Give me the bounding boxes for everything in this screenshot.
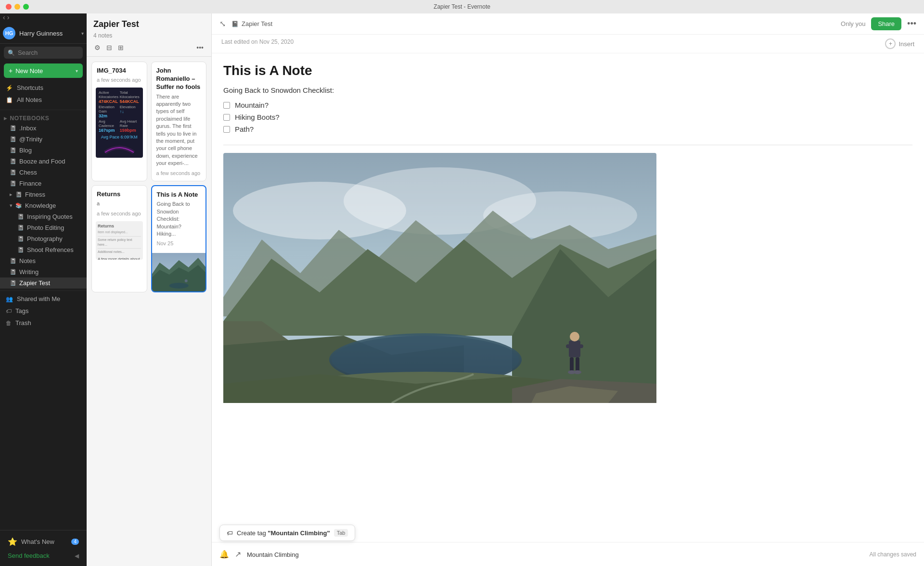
search-icon: 🔍 bbox=[8, 50, 15, 56]
notebook-icon: 📓 bbox=[10, 125, 16, 131]
notebook-trinity[interactable]: 📓 @Trinity bbox=[0, 134, 87, 145]
note-time: a few seconds ago bbox=[97, 211, 142, 216]
tag-input[interactable] bbox=[247, 551, 343, 558]
notebook-inbox[interactable]: 📓 .Inbox bbox=[0, 123, 87, 134]
editor-content[interactable]: This is A Note Going Back to Snowdon Che… bbox=[212, 53, 924, 542]
doc-thumbnail: Returns Item not displayed... Some retur… bbox=[96, 221, 143, 260]
notebook-icon: 📓 bbox=[10, 258, 16, 264]
whats-new-label: What's New bbox=[21, 538, 67, 545]
new-note-button[interactable]: + New Note ▾ bbox=[4, 63, 83, 78]
nav-arrows: ‹ › bbox=[0, 13, 87, 23]
notes-list-title: Zapier Test bbox=[93, 19, 205, 29]
tags-icon: 🏷 bbox=[6, 308, 12, 314]
trash-icon: 🗑 bbox=[6, 320, 12, 327]
editor-actions: Only you Share ••• bbox=[841, 17, 916, 30]
note-card-this-is-a-note[interactable]: This is A Note Going Back to Snowdon Che… bbox=[151, 185, 207, 293]
notes-list-header: Zapier Test 4 notes ⚙ ⊟ ⊞ ••• bbox=[87, 13, 211, 57]
shortcuts-icon: ⚡ bbox=[6, 85, 13, 91]
filter-icon[interactable]: ⚙ bbox=[93, 43, 102, 52]
notes-grid: IMG_7034 a few seconds ago Active Kiloca… bbox=[87, 57, 211, 566]
checkbox-path[interactable] bbox=[223, 126, 230, 133]
user-profile[interactable]: HG Harry Guinness ▾ bbox=[0, 23, 87, 44]
sidebar-item-shortcuts[interactable]: ⚡ Shortcuts bbox=[0, 82, 87, 94]
sidebar-item-trash[interactable]: 🗑 Trash bbox=[0, 317, 87, 329]
notebook-booze-food[interactable]: 📓 Booze and Food bbox=[0, 156, 87, 167]
svg-point-21 bbox=[570, 332, 579, 341]
mountain-image bbox=[223, 153, 656, 405]
notebook-icon: 📓 bbox=[17, 247, 24, 253]
whats-new-icon: ⭐ bbox=[8, 537, 17, 546]
notebook-photo-editing[interactable]: 📓 Photo Editing bbox=[0, 222, 87, 233]
more-options-icon[interactable]: ••• bbox=[195, 43, 205, 52]
tag-suggestion-popup[interactable]: 🏷 Create tag "Mountain Climbing" Tab bbox=[219, 525, 355, 541]
search-bar[interactable]: 🔍 Search bbox=[4, 47, 83, 59]
tag-suggestion-label: Create tag "Mountain Climbing" bbox=[237, 529, 330, 537]
bell-icon[interactable]: 🔔 bbox=[219, 550, 229, 559]
svg-point-3 bbox=[169, 283, 188, 289]
note-card-returns[interactable]: Returns a a few seconds ago Returns Item… bbox=[91, 185, 147, 293]
checkbox-mountain[interactable] bbox=[223, 102, 230, 109]
mountain-svg bbox=[223, 153, 656, 403]
shortcuts-label: Shortcuts bbox=[17, 84, 81, 91]
checklist-label-mountain: Mountain? bbox=[235, 101, 269, 109]
feedback-button[interactable]: Send feedback ◀ bbox=[4, 549, 83, 562]
save-status: All changes saved bbox=[870, 551, 916, 558]
maximize-button[interactable] bbox=[23, 4, 29, 10]
back-arrow[interactable]: ‹ bbox=[3, 13, 5, 21]
more-options-button[interactable]: ••• bbox=[907, 19, 916, 29]
whats-new-button[interactable]: ⭐ What's New 4 bbox=[4, 534, 83, 549]
insert-button[interactable]: + Insert bbox=[885, 38, 914, 49]
note-title: Returns bbox=[97, 190, 142, 199]
collapse-icon[interactable]: ◀ bbox=[75, 553, 79, 559]
notebook-shoot-references[interactable]: 📓 Shoot Refrences bbox=[0, 244, 87, 255]
forward-arrow[interactable]: › bbox=[7, 13, 10, 21]
share-footer-icon[interactable]: ↗ bbox=[235, 550, 241, 559]
notebook-knowledge[interactable]: ▾ 📚 Knowledge bbox=[0, 200, 87, 211]
notebook-writing[interactable]: 📓 Writing bbox=[0, 266, 87, 277]
notebook-chess[interactable]: 📓 Chess bbox=[0, 167, 87, 178]
sidebar-item-tags[interactable]: 🏷 Tags bbox=[0, 305, 87, 317]
divider-1 bbox=[0, 110, 87, 110]
notebook-inspiring-quotes[interactable]: 📓 Inspiring Quotes bbox=[0, 211, 87, 222]
trash-label: Trash bbox=[15, 319, 81, 327]
fitness-thumbnail: Active Kilocalories474KCAL Total Kilocal… bbox=[96, 88, 143, 158]
notebook-expand-icon: ▾ bbox=[10, 202, 13, 209]
note-time: a few seconds ago bbox=[97, 77, 142, 83]
notebook-finance[interactable]: 📓 Finance bbox=[0, 178, 87, 189]
checkbox-hiking[interactable] bbox=[223, 114, 230, 121]
sidebar-footer: ⭐ What's New 4 Send feedback ◀ bbox=[0, 530, 87, 566]
note-card-content: Returns a a few seconds ago bbox=[92, 186, 147, 221]
notebooks-section-header: ▸ Notebooks bbox=[0, 112, 87, 123]
user-caret-icon: ▾ bbox=[81, 31, 84, 36]
titlebar: Zapier Test - Evernote bbox=[0, 0, 924, 13]
notebook-blog[interactable]: 📓 Blog bbox=[0, 145, 87, 156]
notebooks-expand-icon: ▸ bbox=[4, 115, 7, 122]
notebook-breadcrumb: 📓 Zapier Test bbox=[231, 20, 272, 27]
note-title: IMG_7034 bbox=[97, 67, 142, 75]
close-button[interactable] bbox=[6, 4, 12, 10]
notebook-icon: 📓 bbox=[10, 147, 16, 153]
all-notes-icon: 📋 bbox=[6, 97, 13, 103]
note-card-img-7034[interactable]: IMG_7034 a few seconds ago Active Kiloca… bbox=[91, 62, 147, 181]
note-card-content: IMG_7034 a few seconds ago bbox=[92, 62, 147, 88]
sidebar-item-shared[interactable]: 👥 Shared with Me bbox=[0, 293, 87, 305]
note-card-john[interactable]: John Romaniello – Suffer no fools There … bbox=[151, 62, 207, 181]
shared-icon: 👥 bbox=[6, 296, 13, 302]
new-note-label: New Note bbox=[15, 67, 73, 75]
grid-icon[interactable]: ⊞ bbox=[117, 43, 125, 52]
sort-icon[interactable]: ⊟ bbox=[105, 43, 113, 52]
notebook-zapier-test[interactable]: 📓 Zapier Test bbox=[0, 277, 87, 289]
notebook-photography[interactable]: 📓 Photography bbox=[0, 233, 87, 244]
checklist-item-hiking: Hiking Boots? bbox=[223, 111, 912, 123]
expand-icon[interactable]: ⤡ bbox=[219, 19, 226, 28]
notebook-fitness[interactable]: ▸ 📓 Fitness bbox=[0, 189, 87, 200]
sidebar-item-all-notes[interactable]: 📋 All Notes bbox=[0, 94, 87, 106]
notes-toolbar: ⚙ ⊟ ⊞ ••• bbox=[93, 43, 205, 52]
minimize-button[interactable] bbox=[14, 4, 20, 10]
notebook-notes[interactable]: 📓 Notes bbox=[0, 255, 87, 266]
share-button[interactable]: Share bbox=[871, 17, 901, 30]
notebook-icon: 📓 bbox=[10, 180, 16, 187]
window-title: Zapier Test - Evernote bbox=[434, 3, 490, 10]
notebook-breadcrumb-name[interactable]: Zapier Test bbox=[242, 20, 272, 27]
svg-point-4 bbox=[184, 279, 187, 282]
